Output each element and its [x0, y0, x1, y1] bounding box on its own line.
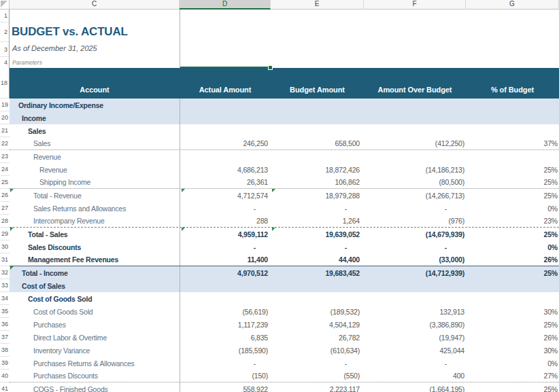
cell-budget-amount[interactable]: 1,264: [271, 215, 364, 227]
row-header[interactable]: 23: [0, 150, 10, 163]
cell-amount-over-budget[interactable]: [364, 279, 466, 292]
cell-account[interactable]: Income: [10, 111, 180, 124]
cell-amount-over-budget[interactable]: [364, 99, 466, 111]
cell-actual-amount[interactable]: (56,619): [180, 305, 271, 318]
cell-amount-over-budget[interactable]: [364, 292, 466, 305]
cell-actual-amount[interactable]: (185,590): [180, 344, 271, 357]
cell-actual-amount[interactable]: [180, 279, 271, 292]
cell-budget-amount[interactable]: 19,639,052: [271, 228, 364, 240]
row-header[interactable]: 30: [0, 240, 10, 253]
cell-account[interactable]: Sales Returns and Allowances: [10, 202, 180, 215]
cell-budget-amount[interactable]: 26,782: [271, 331, 364, 344]
cell-account[interactable]: Purchases Discounts: [10, 370, 180, 382]
column-header-F[interactable]: F: [364, 0, 466, 10]
column-header-G[interactable]: G: [466, 0, 559, 10]
cell-actual-amount[interactable]: [180, 292, 271, 305]
cell-budget-amount[interactable]: 19,683,452: [271, 266, 364, 279]
cell-pct-of-budget[interactable]: [466, 292, 559, 305]
cell-budget-amount[interactable]: [271, 99, 364, 111]
row-header[interactable]: 29: [0, 228, 10, 240]
cell-pct-of-budget[interactable]: 25%: [466, 382, 559, 392]
cell-budget-amount[interactable]: (189,532): [271, 305, 364, 318]
row-header[interactable]: 34: [0, 292, 10, 305]
parameters-label[interactable]: Parameters: [12, 59, 42, 66]
cell-pct-of-budget[interactable]: 25%: [466, 266, 559, 279]
cell-account[interactable]: Cost of Goods Sold: [10, 292, 180, 305]
cell-amount-over-budget[interactable]: (3,386,890): [364, 318, 466, 331]
cell-budget-amount[interactable]: 658,500: [271, 137, 364, 149]
row-header[interactable]: 27: [0, 202, 10, 215]
cell-amount-over-budget[interactable]: (1,664,195): [364, 382, 466, 392]
cell-actual-amount[interactable]: 6,835: [180, 331, 271, 344]
row-header[interactable]: 39: [0, 357, 10, 370]
cell-budget-amount[interactable]: -: [271, 240, 364, 253]
select-all-corner[interactable]: [0, 0, 10, 10]
cell-amount-over-budget[interactable]: (14,266,713): [364, 189, 466, 202]
column-header-C[interactable]: C: [10, 0, 180, 10]
cell-pct-of-budget[interactable]: [466, 111, 559, 124]
header-cell-budget-amount[interactable]: Budget Amount: [271, 68, 364, 99]
cell-amount-over-budget[interactable]: (14,712,939): [364, 266, 466, 279]
cell-budget-amount[interactable]: 2,223,117: [271, 382, 364, 392]
cell-actual-amount[interactable]: 246,250: [180, 137, 271, 149]
fill-handle[interactable]: [268, 65, 273, 70]
cell-actual-amount[interactable]: 26,361: [180, 176, 271, 188]
cell-budget-amount[interactable]: (550): [271, 370, 364, 382]
header-cell-account[interactable]: Account: [10, 68, 180, 99]
cell-amount-over-budget[interactable]: (976): [364, 215, 466, 227]
cell-actual-amount[interactable]: 11,400: [180, 253, 271, 266]
row-header[interactable]: 22: [0, 137, 10, 150]
cell-account[interactable]: Cost of Sales: [10, 279, 180, 292]
cell-amount-over-budget[interactable]: [364, 111, 466, 124]
cell-account[interactable]: Sales: [10, 124, 180, 137]
row-header[interactable]: 37: [0, 331, 10, 344]
row-header[interactable]: 35: [0, 305, 10, 318]
row-header[interactable]: 21: [0, 124, 10, 137]
cell-account[interactable]: Ordinary Income/Expense: [10, 99, 180, 111]
row-header[interactable]: 32: [0, 266, 10, 279]
row-header[interactable]: 19: [0, 99, 10, 111]
row-header[interactable]: 40: [0, 370, 10, 382]
cell-actual-amount[interactable]: -: [180, 357, 271, 370]
cell-actual-amount[interactable]: 1,117,239: [180, 318, 271, 331]
cell-actual-amount[interactable]: 4,686,213: [180, 163, 271, 176]
cell-amount-over-budget[interactable]: (19,947): [364, 331, 466, 344]
cell-amount-over-budget[interactable]: (33,000): [364, 253, 466, 266]
cell-pct-of-budget[interactable]: 0%: [466, 202, 559, 215]
cell-budget-amount[interactable]: [271, 111, 364, 124]
cell-amount-over-budget[interactable]: -: [364, 202, 466, 215]
cell-budget-amount[interactable]: -: [271, 357, 364, 370]
cell-actual-amount[interactable]: (150): [180, 370, 271, 382]
cell-actual-amount[interactable]: 288: [180, 215, 271, 227]
cell-account[interactable]: Sales Discounts: [10, 240, 180, 253]
row-header[interactable]: 33: [0, 279, 10, 292]
cell-pct-of-budget[interactable]: [466, 279, 559, 292]
cell-budget-amount[interactable]: 44,400: [271, 253, 364, 266]
cell-account[interactable]: Direct Labor & Overtime: [10, 331, 180, 344]
cell-pct-of-budget[interactable]: 25%: [466, 163, 559, 176]
row-header-3[interactable]: 3: [0, 42, 9, 57]
cell-actual-amount[interactable]: 4,959,112: [180, 228, 271, 240]
cell-pct-of-budget[interactable]: 23%: [466, 215, 559, 227]
cell-budget-amount[interactable]: [271, 124, 364, 137]
cell-account[interactable]: Purchases: [10, 318, 180, 331]
header-cell-amount-over-budget[interactable]: Amount Over Budget: [364, 68, 466, 99]
row-header[interactable]: 20: [0, 111, 10, 124]
cell-pct-of-budget[interactable]: 30%: [466, 305, 559, 318]
cell-budget-amount[interactable]: -: [271, 202, 364, 215]
cell-account[interactable]: Revenue: [10, 163, 180, 176]
cell-account[interactable]: Sales: [10, 137, 180, 149]
cell-budget-amount[interactable]: [271, 292, 364, 305]
row-header[interactable]: 38: [0, 344, 10, 357]
cell-amount-over-budget[interactable]: (412,250): [364, 137, 466, 149]
cell-pct-of-budget[interactable]: 25%: [466, 189, 559, 202]
cell-pct-of-budget[interactable]: 0%: [466, 240, 559, 253]
cell-amount-over-budget[interactable]: [364, 124, 466, 137]
cell-amount-over-budget[interactable]: -: [364, 357, 466, 370]
cell-amount-over-budget[interactable]: 132,913: [364, 305, 466, 318]
cell-account[interactable]: Total - Income: [10, 266, 180, 279]
cell-budget-amount[interactable]: 106,862: [271, 176, 364, 188]
header-cell-pct-of-budget[interactable]: % of Budget: [466, 68, 559, 99]
row-header[interactable]: 36: [0, 318, 10, 331]
cell-actual-amount[interactable]: 558,922: [180, 382, 271, 392]
